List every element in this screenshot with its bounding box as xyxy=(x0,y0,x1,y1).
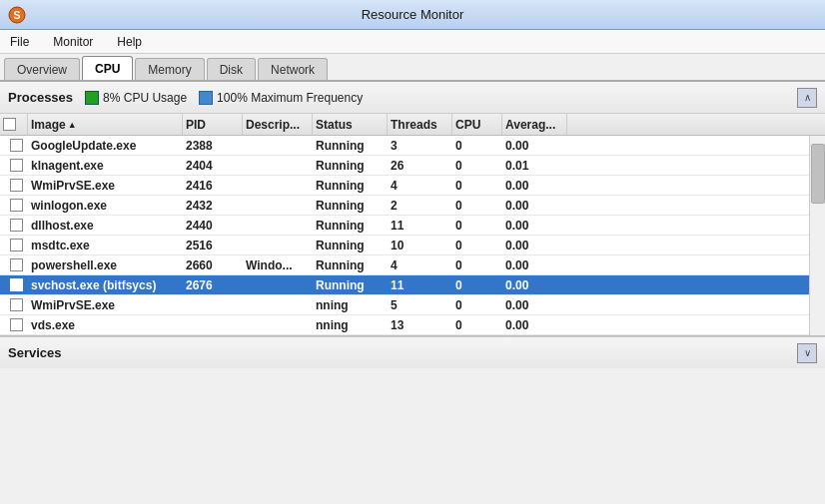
scrollbar-track[interactable] xyxy=(567,255,583,275)
scrollbar-track[interactable] xyxy=(567,136,583,156)
row-checkbox[interactable] xyxy=(0,179,28,192)
table-scroll-area: GoogleUpdate.exe 2388 Running 3 0 0.00 k… xyxy=(0,136,809,335)
tab-network[interactable]: Network xyxy=(258,58,328,80)
tab-cpu[interactable]: CPU xyxy=(82,56,133,80)
table-row[interactable]: dllhost.exe 2440 Running 11 0 0.00 xyxy=(0,216,809,236)
col-header-status[interactable]: Status xyxy=(313,114,388,135)
row-threads: 11 xyxy=(388,219,452,233)
row-threads: 3 xyxy=(388,139,452,153)
table-row[interactable]: winlogon.exe 2432 Running 2 0 0.00 xyxy=(0,196,809,216)
services-section: Services ∨ xyxy=(0,336,825,368)
scrollbar-track[interactable] xyxy=(567,216,583,236)
row-pid: 2440 xyxy=(183,219,243,233)
max-freq-icon xyxy=(199,91,213,105)
tab-disk[interactable]: Disk xyxy=(207,58,256,80)
services-title: Services xyxy=(8,345,62,360)
tab-memory[interactable]: Memory xyxy=(135,58,204,80)
row-status: Running xyxy=(313,199,388,213)
row-image: winlogon.exe xyxy=(28,199,183,213)
window-title: Resource Monitor xyxy=(362,7,464,22)
processes-collapse-button[interactable]: ∧ xyxy=(797,88,817,108)
scrollbar-track[interactable] xyxy=(567,196,583,216)
row-pid: 2388 xyxy=(183,139,243,153)
row-status: Running xyxy=(313,278,388,292)
menu-file[interactable]: File xyxy=(6,33,33,51)
col-header-cpu[interactable]: CPU xyxy=(452,114,502,135)
services-collapse-button[interactable]: ∨ xyxy=(797,343,817,363)
row-image: msdtc.exe xyxy=(28,239,183,252)
processes-section-header: Processes 8% CPU Usage 100% Maximum Freq… xyxy=(0,82,825,114)
row-status: Running xyxy=(313,139,388,153)
col-header-threads[interactable]: Threads xyxy=(388,114,452,135)
scrollbar-track[interactable] xyxy=(567,275,583,295)
row-checkbox[interactable] xyxy=(0,139,28,152)
row-image: GoogleUpdate.exe xyxy=(28,139,183,153)
row-checkbox[interactable] xyxy=(0,159,28,172)
table-row[interactable]: vds.exe nning 13 0 0.00 xyxy=(0,315,809,335)
scrollbar-track[interactable] xyxy=(567,295,583,315)
row-checkbox[interactable] xyxy=(0,258,28,271)
row-cpu: 0 xyxy=(452,239,502,252)
menu-monitor[interactable]: Monitor xyxy=(49,33,97,51)
row-checkbox[interactable] xyxy=(0,278,28,291)
row-threads: 13 xyxy=(388,318,452,332)
row-avg: 0.00 xyxy=(502,298,567,312)
main-content: Processes 8% CPU Usage 100% Maximum Freq… xyxy=(0,82,825,504)
row-image: WmiPrvSE.exe xyxy=(28,298,183,312)
row-cpu: 0 xyxy=(452,179,502,193)
scrollbar-track[interactable] xyxy=(567,315,583,335)
row-cpu: 0 xyxy=(452,219,502,233)
cpu-usage-text: 8% CPU Usage xyxy=(103,91,187,105)
row-checkbox[interactable] xyxy=(0,318,28,331)
scrollbar-track[interactable] xyxy=(567,236,583,255)
header-checkbox[interactable] xyxy=(3,118,16,131)
table-row[interactable]: msdtc.exe 2516 Running 10 0 0.00 xyxy=(0,236,809,255)
row-pid: 2432 xyxy=(183,199,243,213)
cpu-usage-indicator: 8% CPU Usage xyxy=(85,91,187,105)
row-pid: 2416 xyxy=(183,179,243,193)
process-table-body: GoogleUpdate.exe 2388 Running 3 0 0.00 k… xyxy=(0,136,809,335)
col-header-image[interactable]: Image▲ xyxy=(28,114,183,135)
row-desc: Windo... xyxy=(243,258,313,272)
row-status: Running xyxy=(313,179,388,193)
row-threads: 5 xyxy=(388,298,452,312)
table-row[interactable]: GoogleUpdate.exe 2388 Running 3 0 0.00 xyxy=(0,136,809,156)
row-avg: 0.00 xyxy=(502,318,567,332)
row-status: Running xyxy=(313,219,388,233)
max-freq-indicator: 100% Maximum Frequency xyxy=(199,91,363,105)
row-cpu: 0 xyxy=(452,318,502,332)
svg-text:S: S xyxy=(13,9,20,21)
row-avg: 0.00 xyxy=(502,199,567,213)
row-pid: 2516 xyxy=(183,239,243,252)
row-checkbox[interactable] xyxy=(0,219,28,232)
scrollbar-track[interactable] xyxy=(567,156,583,176)
scrollbar-thumb[interactable] xyxy=(811,144,825,204)
row-status: Running xyxy=(313,239,388,252)
table-row[interactable]: WmiPrvSE.exe nning 5 0 0.00 xyxy=(0,295,809,315)
menu-bar: File Monitor Help xyxy=(0,30,825,54)
table-row[interactable]: klnagent.exe 2404 Running 26 0 0.01 xyxy=(0,156,809,176)
row-checkbox[interactable] xyxy=(0,199,28,212)
row-checkbox[interactable] xyxy=(0,239,28,252)
scrollbar-track[interactable] xyxy=(567,176,583,196)
menu-help[interactable]: Help xyxy=(113,33,146,51)
col-header-desc[interactable]: Descrip... xyxy=(243,114,313,135)
table-row[interactable]: powershell.exe 2660 Windo... Running 4 0… xyxy=(0,255,809,275)
title-bar: S Resource Monitor xyxy=(0,0,825,30)
table-row[interactable]: WmiPrvSE.exe 2416 Running 4 0 0.00 xyxy=(0,176,809,196)
col-header-avg[interactable]: Averag... xyxy=(502,114,567,135)
row-cpu: 0 xyxy=(452,298,502,312)
row-status: nning xyxy=(313,298,388,312)
max-freq-text: 100% Maximum Frequency xyxy=(217,91,363,105)
row-threads: 10 xyxy=(388,239,452,252)
tab-overview[interactable]: Overview xyxy=(4,58,80,80)
process-table: GoogleUpdate.exe 2388 Running 3 0 0.00 k… xyxy=(0,136,825,336)
row-pid: 2660 xyxy=(183,258,243,272)
row-cpu: 0 xyxy=(452,199,502,213)
col-header-pid[interactable]: PID xyxy=(183,114,243,135)
row-checkbox[interactable] xyxy=(0,298,28,311)
row-image: svchost.exe (bitfsycs) xyxy=(28,278,183,292)
row-image: klnagent.exe xyxy=(28,159,183,173)
table-row[interactable]: svchost.exe (bitfsycs) 2676 Running 11 0… xyxy=(0,275,809,295)
table-scrollbar[interactable] xyxy=(809,136,825,335)
